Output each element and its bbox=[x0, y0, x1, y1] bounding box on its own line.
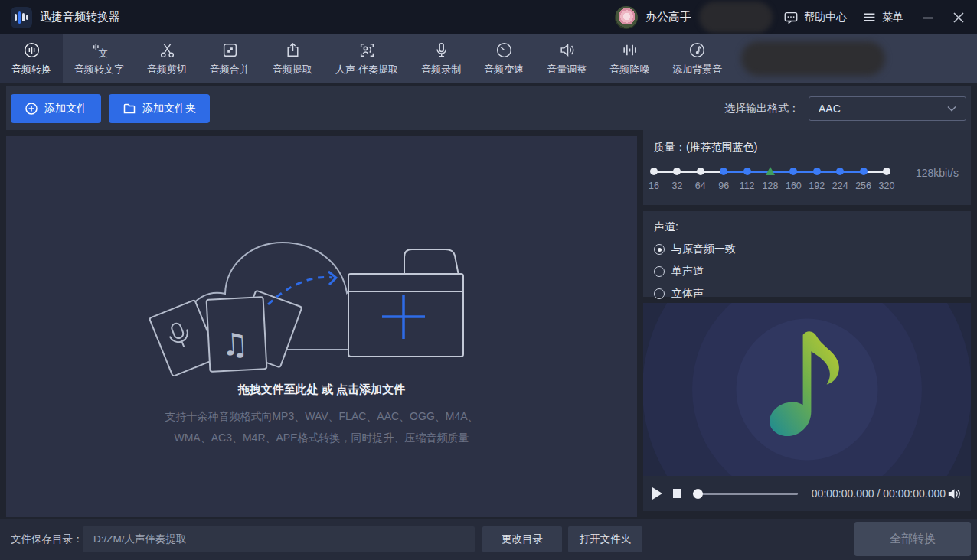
volume-adjust-icon bbox=[558, 41, 576, 59]
volume-button[interactable] bbox=[946, 486, 962, 502]
audio-to-text-icon: 文 bbox=[90, 41, 108, 59]
tick-label: 128 bbox=[763, 181, 779, 191]
close-button[interactable] bbox=[952, 11, 965, 24]
tab-label: 添加背景音 bbox=[672, 63, 722, 77]
quality-stop-dot bbox=[860, 168, 868, 175]
hamburger-menu-icon bbox=[862, 10, 877, 24]
dropzone-subtext: 支持十余种音频格式向MP3、WAV、FLAC、AAC、OGG、M4A、 WMA、… bbox=[6, 405, 637, 448]
quality-stop-dot bbox=[813, 168, 821, 175]
quality-label: 质量：(推荐范围蓝色) bbox=[654, 141, 960, 155]
audio-preview-area bbox=[643, 303, 971, 476]
radio-label: 单声道 bbox=[671, 265, 704, 278]
user-avatar[interactable] bbox=[615, 6, 638, 29]
output-format-select[interactable]: AAC bbox=[809, 96, 966, 121]
quality-stop-dot bbox=[720, 168, 727, 175]
quality-tick-labels: 16 32 64 96 112 128 160 192 224 256 320 bbox=[654, 181, 887, 193]
quality-slider[interactable] bbox=[654, 167, 887, 176]
change-dir-button[interactable]: 更改目录 bbox=[482, 526, 562, 552]
save-dir-input[interactable] bbox=[83, 526, 475, 552]
audio-cut-icon bbox=[158, 41, 176, 59]
quality-stop-dot bbox=[673, 168, 681, 175]
tick-label: 32 bbox=[671, 181, 682, 191]
radio-icon bbox=[654, 244, 665, 255]
tab-vocal-separation[interactable]: 人声-伴奏提取 bbox=[324, 34, 410, 83]
bottom-bar: 文件保存目录： 更改目录 打开文件夹 全部转换 bbox=[0, 519, 977, 560]
redacted-area bbox=[699, 2, 773, 33]
svg-text:文: 文 bbox=[98, 47, 108, 58]
tab-audio-cut[interactable]: 音频剪切 bbox=[136, 34, 198, 83]
tick-label: 64 bbox=[695, 181, 706, 191]
tab-background-sound[interactable]: 添加背景音 bbox=[661, 34, 734, 83]
tab-audio-record[interactable]: 音频录制 bbox=[410, 34, 472, 83]
quality-panel: 质量：(推荐范围蓝色) 16 32 64 96 112 128 160 192 bbox=[643, 130, 971, 205]
quality-stop-dot bbox=[743, 168, 751, 175]
tab-label: 音频剪切 bbox=[147, 63, 187, 77]
tick-label: 160 bbox=[786, 181, 802, 191]
svg-text:♫: ♫ bbox=[221, 326, 250, 363]
tab-audio-extract[interactable]: 音频提取 bbox=[261, 34, 324, 83]
close-icon bbox=[952, 11, 965, 24]
dropzone-headline: 拖拽文件至此处 或 点击添加文件 bbox=[6, 383, 637, 397]
tab-label: 音频转换 bbox=[11, 63, 51, 77]
audio-record-icon bbox=[433, 41, 450, 59]
quality-stop-dot bbox=[836, 168, 844, 175]
audio-extract-icon bbox=[284, 41, 302, 59]
playback-time: 00:00:00.000 / 00:00:00.000 bbox=[812, 487, 946, 500]
add-circle-icon bbox=[25, 102, 38, 116]
dropzone-subtext-line2: WMA、AC3、M4R、APE格式转换，同时提升、压缩音频质量 bbox=[6, 427, 637, 448]
tab-label: 音频录制 bbox=[421, 63, 461, 77]
output-format-value: AAC bbox=[819, 103, 841, 115]
tab-volume-adjust[interactable]: 音量调整 bbox=[535, 34, 598, 83]
open-folder-button[interactable]: 打开文件夹 bbox=[568, 526, 642, 552]
cloud-upload-illustration: ♫ bbox=[138, 219, 505, 376]
save-dir-label: 文件保存目录： bbox=[11, 519, 83, 560]
audio-merge-icon bbox=[221, 41, 239, 59]
tab-noise-reduction[interactable]: 音频降噪 bbox=[598, 34, 661, 83]
minimize-button[interactable] bbox=[922, 11, 934, 24]
seek-track bbox=[693, 493, 797, 495]
seek-slider[interactable] bbox=[693, 488, 797, 499]
title-bar: 迅捷音频转换器 办公高手 帮助中心 菜单 bbox=[0, 0, 977, 34]
radio-option-mono[interactable]: 单声道 bbox=[654, 265, 960, 278]
tab-label: 音频降噪 bbox=[609, 63, 649, 77]
add-file-button[interactable]: 添加文件 bbox=[11, 94, 101, 123]
quality-current-marker[interactable] bbox=[766, 167, 775, 175]
add-folder-label: 添加文件夹 bbox=[142, 102, 196, 116]
tab-label: 音频合并 bbox=[210, 63, 250, 77]
tick-label: 96 bbox=[718, 181, 729, 191]
add-folder-button[interactable]: 添加文件夹 bbox=[109, 94, 210, 123]
convert-all-button[interactable]: 全部转换 bbox=[854, 522, 971, 556]
action-bar: 添加文件 添加文件夹 选择输出格式： AAC bbox=[6, 86, 971, 130]
add-file-label: 添加文件 bbox=[44, 102, 87, 116]
stop-button[interactable] bbox=[673, 489, 681, 498]
tab-audio-speed[interactable]: 音频变速 bbox=[472, 34, 535, 83]
app-logo-icon bbox=[11, 7, 32, 28]
seek-thumb[interactable] bbox=[693, 489, 703, 499]
help-center-label: 帮助中心 bbox=[804, 11, 847, 24]
tab-audio-convert[interactable]: 音频转换 bbox=[0, 34, 63, 83]
radio-option-same-as-source[interactable]: 与原音频一致 bbox=[654, 243, 960, 256]
vocal-separation-icon bbox=[358, 41, 376, 59]
tick-label: 192 bbox=[809, 181, 825, 191]
file-drop-zone[interactable]: ♫ 拖拽文件至此处 或 点击添加文件 支持十余种音频格式向MP3、WAV、FLA… bbox=[6, 136, 637, 517]
audio-convert-icon bbox=[23, 41, 41, 59]
play-button[interactable] bbox=[652, 487, 662, 500]
radio-icon bbox=[654, 288, 665, 299]
app-window: 迅捷音频转换器 办公高手 帮助中心 菜单 bbox=[0, 0, 977, 560]
menu-label: 菜单 bbox=[882, 11, 903, 24]
speaker-icon bbox=[946, 486, 962, 502]
tab-audio-merge[interactable]: 音频合并 bbox=[198, 34, 261, 83]
quality-stop-dot bbox=[650, 168, 658, 175]
redacted-area bbox=[741, 41, 885, 76]
tab-audio-to-text[interactable]: 文 音频转文字 bbox=[63, 34, 136, 83]
menu-button[interactable]: 菜单 bbox=[862, 10, 903, 24]
app-title: 迅捷音频转换器 bbox=[40, 10, 120, 24]
radio-label: 立体声 bbox=[671, 287, 704, 301]
username[interactable]: 办公高手 bbox=[645, 10, 691, 24]
radio-option-stereo[interactable]: 立体声 bbox=[654, 287, 960, 301]
radio-icon bbox=[654, 266, 665, 277]
tick-label: 256 bbox=[855, 181, 871, 191]
help-center-button[interactable]: 帮助中心 bbox=[783, 10, 847, 25]
chevron-down-icon bbox=[947, 106, 956, 112]
tick-label: 224 bbox=[832, 181, 848, 191]
